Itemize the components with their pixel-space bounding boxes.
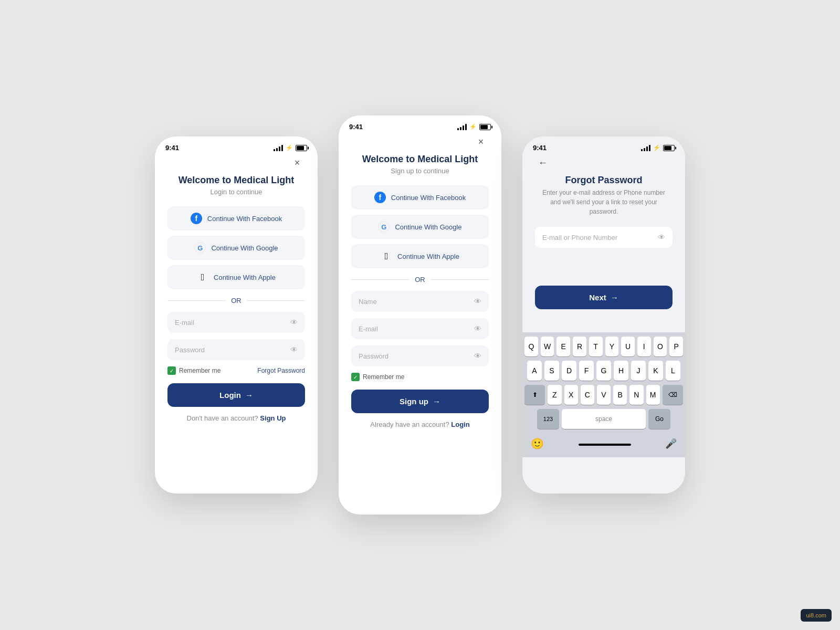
wifi-icon-3: ⚡ xyxy=(653,144,660,151)
facebook-btn-2[interactable]: f Continue With Facebook xyxy=(351,185,489,209)
key-q[interactable]: Q xyxy=(524,337,538,356)
email-input-1[interactable] xyxy=(175,319,290,327)
key-m[interactable]: M xyxy=(646,385,660,405)
keyboard-row-4: 123 space Go xyxy=(524,409,683,429)
key-l[interactable]: L xyxy=(666,361,680,381)
login-subtitle: Login to continue xyxy=(167,188,305,196)
signup-button[interactable]: Sign up → xyxy=(351,390,489,413)
google-label-1: Continue With Google xyxy=(211,244,278,252)
name-field-2[interactable]: 👁 xyxy=(351,291,489,312)
login-arrow-icon: → xyxy=(245,391,253,400)
email-phone-input-3[interactable] xyxy=(542,234,658,242)
keyboard-bottom-row: 🙂 🎤 xyxy=(524,433,683,455)
remember-left-1: ✓ Remember me xyxy=(167,366,220,375)
status-icons-2: ⚡ xyxy=(457,123,491,130)
key-u[interactable]: U xyxy=(621,337,635,356)
wifi-icon-1: ⚡ xyxy=(286,144,293,151)
email-field-2[interactable]: 👁 xyxy=(351,318,489,339)
remember-checkbox-2[interactable]: ✓ xyxy=(351,373,360,381)
go-key[interactable]: Go xyxy=(648,409,670,429)
key-i[interactable]: I xyxy=(637,337,651,356)
key-y[interactable]: Y xyxy=(605,337,619,356)
password-field-2[interactable]: 👁 xyxy=(351,345,489,366)
signup-prompt: Don't have an account? xyxy=(187,414,258,422)
facebook-btn-1[interactable]: f Continue With Facebook xyxy=(167,206,305,230)
wifi-icon-2: ⚡ xyxy=(469,123,477,130)
key-h[interactable]: H xyxy=(614,361,628,381)
status-icons-3: ⚡ xyxy=(641,144,675,151)
google-btn-1[interactable]: G Continue With Google xyxy=(167,236,305,260)
mic-key[interactable]: 🎤 xyxy=(661,436,681,452)
password-input-2[interactable] xyxy=(359,352,474,360)
status-icons-1: ⚡ xyxy=(274,144,307,151)
signup-bottom-link: Already have an account? Login xyxy=(351,421,489,428)
login-button[interactable]: Login → xyxy=(167,383,305,407)
close-button-2[interactable]: × xyxy=(473,134,489,150)
key-s[interactable]: S xyxy=(544,361,559,381)
apple-btn-1[interactable]:  Continue With Apple xyxy=(167,265,305,289)
email-input-2[interactable] xyxy=(359,325,474,333)
back-button-3[interactable]: ← xyxy=(535,155,551,171)
login-bottom-link: Don't have an account? Sign Up xyxy=(167,414,305,422)
key-o[interactable]: O xyxy=(654,337,667,356)
key-f[interactable]: F xyxy=(579,361,594,381)
forgot-link-1[interactable]: Forgot Password xyxy=(257,367,305,374)
signup-screen: 9:41 ⚡ × Welcome to Medical Light Sign u… xyxy=(339,116,501,514)
next-arrow-icon: → xyxy=(611,293,618,302)
forgot-title: Forgot Password xyxy=(535,175,673,186)
close-button-1[interactable]: × xyxy=(289,155,305,171)
key-t[interactable]: T xyxy=(589,337,603,356)
emoji-key[interactable]: 🙂 xyxy=(527,435,548,452)
name-input-2[interactable] xyxy=(359,298,474,306)
key-b[interactable]: B xyxy=(613,385,627,405)
remember-label-1: Remember me xyxy=(179,367,220,374)
login-btn-label: Login xyxy=(219,391,241,400)
apple-btn-2[interactable]:  Continue With Apple xyxy=(351,244,489,268)
google-btn-2[interactable]: G Continue With Google xyxy=(351,215,489,239)
key-e[interactable]: E xyxy=(556,337,570,356)
login-link-2[interactable]: Login xyxy=(451,421,469,428)
login-screen: 9:41 ⚡ × Welcome to Medical Light Login … xyxy=(155,136,318,494)
password-input-1[interactable] xyxy=(175,346,290,354)
apple-icon-1:  xyxy=(197,271,208,283)
delete-key[interactable]: ⌫ xyxy=(663,385,683,405)
key-x[interactable]: X xyxy=(564,385,578,405)
shift-key[interactable]: ⬆ xyxy=(524,385,545,405)
key-n[interactable]: N xyxy=(629,385,643,405)
remember-checkbox-1[interactable]: ✓ xyxy=(167,366,176,375)
keyboard-row-3: ⬆ Z X C V B N M ⌫ xyxy=(524,385,683,405)
key-c[interactable]: C xyxy=(581,385,594,405)
key-z[interactable]: Z xyxy=(548,385,561,405)
key-p[interactable]: P xyxy=(669,337,683,356)
or-text-2: OR xyxy=(415,276,425,284)
eye-icon-pass-1: 👁 xyxy=(290,345,298,354)
facebook-icon-1: f xyxy=(191,213,202,224)
battery-icon-3 xyxy=(663,145,675,151)
key-v[interactable]: V xyxy=(597,385,611,405)
key-g[interactable]: G xyxy=(596,361,611,381)
forgot-content: ← Forgot Password Enter your e-mail addr… xyxy=(522,155,685,329)
signup-link-1[interactable]: Sign Up xyxy=(260,414,286,422)
key-k[interactable]: K xyxy=(648,361,663,381)
home-bar xyxy=(579,444,631,446)
key-w[interactable]: W xyxy=(541,337,554,356)
apple-icon-2:  xyxy=(381,250,392,262)
email-field-1[interactable]: 👁 xyxy=(167,312,305,333)
space-key[interactable]: space xyxy=(562,409,646,429)
signal-icon-3 xyxy=(641,145,650,151)
password-field-1[interactable]: 👁 xyxy=(167,339,305,360)
remember-label-2: Remember me xyxy=(363,373,404,381)
key-d[interactable]: D xyxy=(562,361,576,381)
facebook-icon-2: f xyxy=(374,192,386,203)
num-key[interactable]: 123 xyxy=(537,409,559,429)
keyboard-row-2: A S D F G H J K L xyxy=(524,361,683,381)
key-a[interactable]: A xyxy=(527,361,542,381)
key-r[interactable]: R xyxy=(573,337,586,356)
email-phone-field-3[interactable]: 👁 xyxy=(535,227,673,248)
login-title: Welcome to Medical Light xyxy=(167,175,305,186)
key-j[interactable]: J xyxy=(631,361,646,381)
signup-arrow-icon: → xyxy=(433,397,440,406)
next-button[interactable]: Next → xyxy=(535,286,673,309)
next-btn-label: Next xyxy=(589,293,606,302)
status-bar-1: 9:41 ⚡ xyxy=(155,136,318,155)
